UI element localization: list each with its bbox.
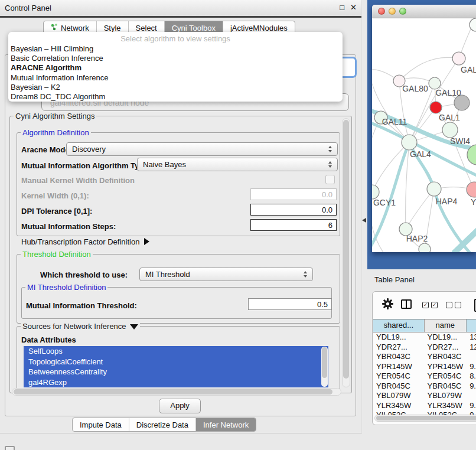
close-traffic-light-icon[interactable]	[378, 8, 385, 15]
attributes-list-scrollbar[interactable]	[321, 347, 328, 387]
table-header-row: shared... name	[373, 319, 476, 332]
popup-item-bayesian-hill-climbing[interactable]: Bayesian – Hill Climbing	[8, 44, 343, 54]
minimize-traffic-light-icon[interactable]	[389, 8, 396, 15]
table-panel-card: ✓ ✓ shared... name YDL19...YDL19...13 YD…	[372, 291, 476, 425]
mi-algorithm-type-combo[interactable]: Naive Bayes	[137, 158, 338, 171]
mi-steps-label: Mutual Information Steps:	[21, 222, 116, 231]
column-header-name[interactable]: name	[425, 319, 467, 332]
popup-item-bayesian-k2[interactable]: Bayesian – K2	[8, 83, 343, 92]
node-partial-bottom[interactable]	[419, 243, 431, 252]
list-item[interactable]: BetweennessCentrality	[24, 367, 328, 377]
mi-threshold-field[interactable]: 0.5	[248, 298, 332, 310]
table-row[interactable]: YDL19...YDL19...13	[373, 332, 476, 343]
network-window-titlebar[interactable]	[372, 5, 476, 18]
popup-item-dream8[interactable]: Dream8 DC_TDC Algorithm	[8, 92, 343, 102]
popup-item-aracne[interactable]: ARACNE Algorithm	[8, 63, 343, 73]
control-panel-title: Control Panel	[5, 4, 51, 12]
tab-impute-data[interactable]: Impute Data	[73, 418, 129, 431]
node-gal2[interactable]	[452, 52, 465, 65]
dock-corner-icon[interactable]	[5, 446, 15, 450]
table-row[interactable]: YPR145WYPR145W9.	[373, 362, 476, 372]
node-gal1[interactable]	[442, 122, 458, 138]
close-icon[interactable]: ✕	[350, 3, 357, 12]
list-item[interactable]: TopologicalCoefficient	[24, 357, 328, 367]
table-row[interactable]: YBR043CYBR043C	[373, 352, 476, 362]
settings-horizontal-scrollbar[interactable]	[12, 388, 341, 396]
node-label: GAL4	[410, 149, 431, 159]
popup-item-basic-correlation[interactable]: Basic Correlation Inference	[8, 54, 343, 63]
threshold-definition-title: Threshold Definition	[21, 250, 93, 259]
table-row[interactable]: YDR27...YDR27...12	[373, 343, 476, 353]
node-label: GCY1	[373, 198, 396, 207]
which-threshold-label: Which threshold to use:	[40, 270, 128, 279]
kernel-width-label: Kernel Width (0,1):	[21, 191, 89, 200]
gear-icon[interactable]	[382, 298, 393, 311]
node-salmon[interactable]	[467, 182, 476, 197]
popup-item-mutual-information[interactable]: Mutual Information Inference	[8, 73, 343, 83]
aracne-mode-label: Aracne Mode:	[21, 145, 72, 154]
cyni-bottom-tabs: Impute Data Discretize Data Infer Networ…	[72, 418, 256, 432]
table-panel-title: Table Panel	[374, 275, 415, 284]
list-item[interactable]: gal4RGexp	[24, 377, 328, 388]
algorithm-dropdown-popup: Select algorithm to view settings Bayesi…	[8, 32, 343, 102]
network-canvas[interactable]: GAL GAL80 GAL10 GAL1 GAL11 SWI4 GAL4 GCY…	[372, 18, 476, 252]
node-selected-red[interactable]	[430, 102, 442, 113]
data-attributes-label: Data Attributes	[21, 335, 76, 344]
column-header-shared-name[interactable]: shared...	[373, 319, 425, 332]
mi-threshold-definition-title: MI Threshold Definition	[25, 283, 107, 292]
combo-spinner-icon	[328, 146, 333, 152]
panel-splitter[interactable]	[361, 0, 362, 434]
network-view-window[interactable]: GAL GAL80 GAL10 GAL1 GAL11 SWI4 GAL4 GCY…	[372, 5, 476, 252]
table-toolbar: ✓ ✓	[373, 292, 476, 318]
apply-button[interactable]: Apply	[159, 399, 201, 413]
expanded-arrow-icon	[130, 324, 138, 330]
node-gal4[interactable]	[402, 135, 417, 150]
node-label: SWI4	[450, 136, 470, 146]
kernel-width-field[interactable]: 0.0	[250, 188, 337, 200]
unchecked-checkbox-icon[interactable]	[446, 302, 452, 308]
columns-icon[interactable]	[401, 299, 412, 309]
unchecked-checkbox-icon[interactable]	[455, 302, 461, 308]
settings-vertical-scrollbar[interactable]	[342, 118, 350, 387]
table-row[interactable]: YBR045CYBR045C9.	[373, 381, 476, 392]
dpi-tolerance-field[interactable]: 0.0	[250, 204, 337, 216]
checked-checkbox-icon[interactable]: ✓	[422, 302, 429, 308]
node-table: shared... name YDL19...YDL19...13 YDR27.…	[373, 319, 476, 420]
node-gal10[interactable]	[429, 77, 441, 89]
control-panel-bottom-border	[0, 433, 361, 433]
node-label: GAL	[461, 65, 476, 74]
control-panel-titlebar: Control Panel □ ✕	[0, 0, 361, 18]
table-row[interactable]: YLR345WYLR345W9.	[373, 401, 476, 411]
tab-network-label: Network	[61, 24, 89, 32]
column-header-partial[interactable]	[467, 319, 476, 332]
manual-kernel-checkbox[interactable]	[325, 175, 335, 184]
zoom-traffic-light-icon[interactable]	[399, 8, 406, 15]
network-tab-icon	[51, 24, 58, 32]
sources-group-title[interactable]: Sources for Network Inference	[21, 322, 140, 331]
mouse-cursor	[362, 218, 366, 223]
table-row[interactable]: YER054CYER054C8.	[373, 371, 476, 381]
node-hap4[interactable]	[427, 182, 441, 196]
mi-steps-field[interactable]: 6	[250, 219, 337, 231]
manual-kernel-label: Manual Kernel Width Definition	[21, 176, 135, 185]
settings-group-title: Cyni Algorithm Settings	[14, 112, 96, 120]
which-threshold-combo[interactable]: MI Threshold	[139, 268, 313, 281]
popup-placeholder: Select algorithm to view settings	[8, 34, 343, 44]
tab-discretize-data[interactable]: Discretize Data	[129, 418, 196, 431]
table-horizontal-scrollbar[interactable]	[374, 415, 476, 422]
node-label: Y	[471, 197, 476, 207]
aracne-mode-combo[interactable]: Discovery	[66, 142, 338, 156]
node-label: GAL80	[402, 84, 428, 93]
node-label: HAP2	[406, 234, 428, 243]
float-window-icon[interactable]: □	[340, 3, 344, 12]
node-label: HAP4	[436, 197, 458, 206]
tab-infer-network[interactable]: Infer Network	[196, 418, 256, 431]
list-item[interactable]: SelfLoops	[24, 346, 328, 357]
node-gcy1[interactable]	[372, 185, 379, 199]
table-row[interactable]: YBL079WYBL079W	[373, 391, 476, 401]
checked-checkbox-icon[interactable]: ✓	[431, 302, 438, 308]
combo-spinner-icon	[304, 271, 308, 278]
hub-section-toggle[interactable]: Hub/Transcription Factor Definition	[21, 237, 149, 246]
table-panel-titlebar: Table Panel	[367, 269, 476, 289]
combo-spinner-icon	[328, 161, 333, 168]
